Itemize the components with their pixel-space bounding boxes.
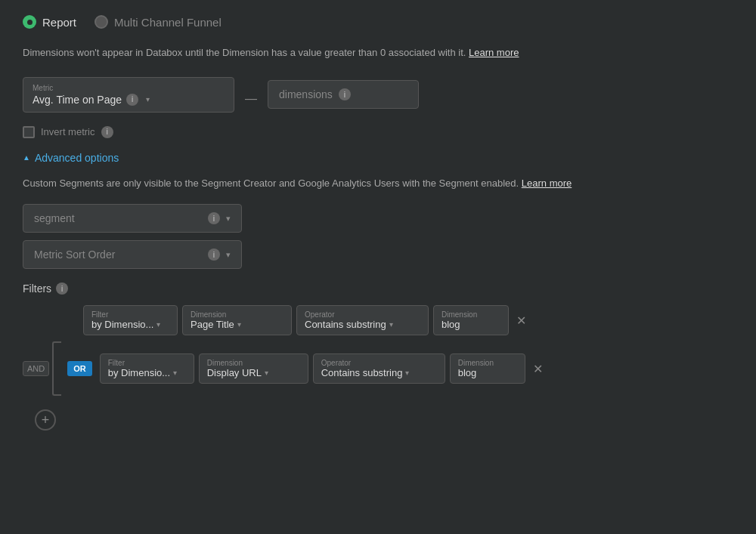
value-val-1: blog bbox=[442, 319, 500, 330]
value-label-1: Dimension bbox=[442, 310, 500, 319]
operator-value-2: Contains substring ▾ bbox=[321, 367, 437, 378]
metric-field-value-row: Avg. Time on Page i ▾ bbox=[33, 94, 225, 106]
advanced-chevron-icon: ▲ bbox=[23, 153, 30, 162]
multi-channel-label: Multi Channel Funnel bbox=[114, 16, 222, 29]
left-bracket bbox=[52, 341, 61, 396]
operator-label-2: Operator bbox=[321, 359, 437, 367]
advanced-options-btn[interactable]: ▲ Advanced options bbox=[23, 152, 733, 164]
value-label-2: Dimension bbox=[458, 359, 517, 367]
filter-value-field-2[interactable]: Dimension blog bbox=[450, 353, 525, 384]
filter-label-2: Filter bbox=[108, 359, 186, 367]
and-badge: AND bbox=[23, 361, 49, 376]
connector-dash: — bbox=[245, 83, 257, 106]
dimension-chevron-2: ▾ bbox=[265, 369, 268, 377]
add-btn-row: + bbox=[29, 402, 733, 431]
report-radio[interactable]: Report bbox=[23, 15, 76, 29]
filter-by-dim-chevron-1: ▾ bbox=[156, 320, 160, 329]
dimension-info-icon[interactable]: i bbox=[339, 88, 351, 100]
filter-value-1: by Dimensio... ▾ bbox=[91, 319, 169, 330]
dimension-placeholder: dimensions bbox=[279, 88, 333, 100]
operator-value-1: Contains substring ▾ bbox=[305, 319, 420, 330]
metric-value: Avg. Time on Page bbox=[33, 94, 122, 106]
header-row: Report Multi Channel Funnel bbox=[23, 15, 733, 29]
filter-value-2: by Dimensio... ▾ bbox=[108, 367, 186, 378]
segment-notice-text: Custom Segments are only visible to the … bbox=[23, 177, 519, 189]
close-btn-1[interactable]: ✕ bbox=[513, 310, 529, 331]
filter-rows-wrapper: Filter by Dimensio... ▾ Dimension Page T… bbox=[23, 305, 733, 396]
report-radio-dot bbox=[23, 15, 36, 29]
metric-row: Metric Avg. Time on Page i ▾ — dimension… bbox=[23, 77, 733, 113]
notice-text: Dimensions won't appear in Databox until… bbox=[23, 47, 466, 58]
sort-order-dropdown[interactable]: Metric Sort Order i ▾ bbox=[23, 240, 242, 269]
filter-dimension-2[interactable]: Dimension Display URL ▾ bbox=[199, 353, 308, 384]
filter-dimension-1[interactable]: Dimension Page Title ▾ bbox=[182, 305, 292, 335]
value-val-2: blog bbox=[458, 367, 517, 378]
filters-text: Filters bbox=[23, 282, 51, 295]
filter-value-field-1[interactable]: Dimension blog bbox=[433, 305, 509, 335]
filters-info-icon[interactable]: i bbox=[56, 282, 68, 295]
and-or-group: AND OR bbox=[23, 341, 92, 396]
sort-chevron-icon: ▾ bbox=[226, 250, 231, 260]
radio-dot-inner bbox=[27, 20, 33, 25]
report-label: Report bbox=[42, 16, 76, 29]
filter-row-1: Filter by Dimensio... ▾ Dimension Page T… bbox=[23, 305, 733, 335]
filter-by-dim-2[interactable]: Filter by Dimensio... ▾ bbox=[100, 353, 194, 384]
filter-by-dim-chevron-2: ▾ bbox=[173, 369, 177, 377]
filter-by-dim-1[interactable]: Filter by Dimensio... ▾ bbox=[83, 305, 178, 335]
operator-chevron-2: ▾ bbox=[405, 369, 409, 377]
dimension-label-1: Dimension bbox=[191, 310, 284, 319]
segment-chevron-icon: ▾ bbox=[226, 214, 231, 224]
segment-dropdown[interactable]: segment i ▾ bbox=[23, 204, 242, 233]
info-notice: Dimensions won't appear in Databox until… bbox=[23, 45, 733, 60]
operator-chevron-1: ▾ bbox=[389, 320, 393, 329]
dimension-chevron-1: ▾ bbox=[237, 320, 241, 329]
segment-info-icon[interactable]: i bbox=[208, 212, 220, 224]
filters-label: Filters i bbox=[23, 282, 733, 295]
dimension-value-2: Display URL ▾ bbox=[207, 367, 300, 378]
filter-row-2: AND OR Filter by Dimensio... ▾ Dimension… bbox=[23, 341, 733, 396]
filter-operator-1[interactable]: Operator Contains substring ▾ bbox=[296, 305, 429, 335]
filter-label-1: Filter bbox=[91, 310, 169, 319]
add-filter-btn[interactable]: + bbox=[35, 409, 56, 431]
invert-info-icon[interactable]: i bbox=[101, 126, 113, 138]
dimension-label-2: Dimension bbox=[207, 359, 300, 367]
sort-info-icon[interactable]: i bbox=[208, 248, 220, 261]
learn-more-link-2[interactable]: Learn more bbox=[522, 177, 572, 189]
sort-order-placeholder: Metric Sort Order bbox=[34, 248, 202, 261]
close-btn-2[interactable]: ✕ bbox=[530, 359, 546, 379]
invert-checkbox[interactable] bbox=[23, 126, 35, 138]
operator-label-1: Operator bbox=[305, 310, 420, 319]
metric-info-icon[interactable]: i bbox=[126, 94, 138, 106]
metric-chevron-icon: ▾ bbox=[146, 95, 150, 103]
multi-channel-radio[interactable]: Multi Channel Funnel bbox=[94, 15, 222, 29]
segment-placeholder: segment bbox=[34, 212, 202, 224]
invert-row: Invert metric i bbox=[23, 126, 733, 138]
metric-dropdown[interactable]: Metric Avg. Time on Page i ▾ bbox=[23, 77, 234, 113]
dimension-value-1: Page Title ▾ bbox=[191, 319, 284, 330]
segment-info: Custom Segments are only visible to the … bbox=[23, 176, 733, 191]
multi-channel-radio-dot bbox=[94, 15, 108, 29]
dimension-field[interactable]: dimensions i bbox=[268, 80, 419, 109]
learn-more-link-1[interactable]: Learn more bbox=[469, 47, 519, 58]
invert-label: Invert metric bbox=[41, 126, 95, 137]
filter-operator-2[interactable]: Operator Contains substring ▾ bbox=[313, 353, 445, 384]
advanced-options-label: Advanced options bbox=[35, 152, 119, 164]
metric-field-label: Metric bbox=[33, 84, 225, 92]
or-badge: OR bbox=[67, 361, 92, 376]
